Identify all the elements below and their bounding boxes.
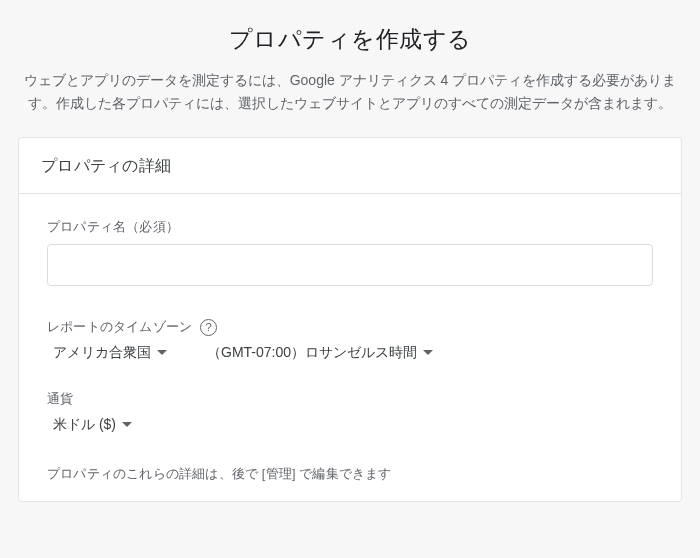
property-details-card: プロパティの詳細 プロパティ名（必須） レポートのタイムゾーン ? アメリカ合衆… xyxy=(18,137,682,502)
card-header: プロパティの詳細 xyxy=(19,138,681,194)
chevron-down-icon xyxy=(157,350,167,356)
property-name-input[interactable] xyxy=(47,244,653,286)
timezone-zone-select[interactable]: （GMT-07:00）ロサンゼルス時間 xyxy=(207,344,433,362)
currency-label: 通貨 xyxy=(47,390,653,408)
property-name-label: プロパティ名（必須） xyxy=(47,218,653,236)
currency-select[interactable]: 米ドル ($) xyxy=(53,416,132,434)
chevron-down-icon xyxy=(122,422,132,428)
property-name-field: プロパティ名（必須） xyxy=(47,218,653,286)
help-icon[interactable]: ? xyxy=(200,319,217,336)
timezone-country-select[interactable]: アメリカ合衆国 xyxy=(53,344,167,362)
currency-field: 通貨 米ドル ($) xyxy=(47,390,653,434)
timezone-country-value: アメリカ合衆国 xyxy=(53,344,151,362)
page-title: プロパティを作成する xyxy=(18,24,682,55)
currency-value: 米ドル ($) xyxy=(53,416,116,434)
timezone-label: レポートのタイムゾーン xyxy=(47,318,192,336)
timezone-zone-value: （GMT-07:00）ロサンゼルス時間 xyxy=(207,344,417,362)
chevron-down-icon xyxy=(423,350,433,356)
edit-later-hint: プロパティのこれらの詳細は、後で [管理] で編集できます xyxy=(47,466,653,483)
timezone-field: レポートのタイムゾーン ? アメリカ合衆国 （GMT-07:00）ロサンゼルス時… xyxy=(47,318,653,362)
page-description: ウェブとアプリのデータを測定するには、Google アナリティクス 4 プロパテ… xyxy=(18,69,682,115)
